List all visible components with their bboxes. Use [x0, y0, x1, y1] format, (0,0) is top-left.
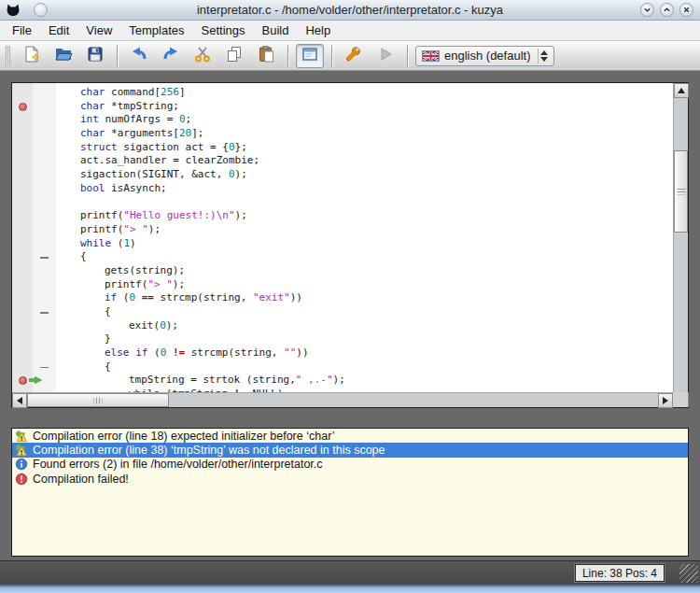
undo-button[interactable] [125, 44, 153, 68]
window-title: interpretator.c - /home/volder/other/int… [0, 3, 700, 17]
save-file-button[interactable] [81, 44, 109, 68]
code-line[interactable]: else if (0 != strcmp(string, "")) [12, 346, 673, 360]
code-line[interactable]: char command[256] [12, 86, 673, 100]
menu-item-settings[interactable]: Settings [193, 21, 254, 39]
horizontal-scroll-thumb[interactable] [27, 393, 169, 407]
paste-icon [257, 45, 275, 67]
fold-collapse-icon[interactable] [40, 312, 49, 314]
fold-collapse-icon[interactable] [40, 367, 49, 369]
scroll-right-button[interactable] [658, 393, 673, 408]
breakpoint-marker-icon[interactable] [19, 103, 27, 111]
code-text: sigaction(SIGINT, &act, 0); [80, 168, 247, 182]
vertical-scrollbar[interactable] [673, 83, 688, 407]
open-file-button[interactable] [49, 44, 77, 68]
wrench-icon [344, 45, 363, 67]
open-folder-icon [54, 45, 73, 67]
code-line[interactable]: } [12, 332, 673, 346]
build-output-panel[interactable]: Compilation error (line 18) expected ini… [11, 428, 689, 557]
toolbar-drag-handle[interactable] [6, 46, 10, 66]
arrow-right-icon [663, 397, 668, 404]
message-row[interactable]: Compilation failed! [12, 472, 688, 486]
menu-item-edit[interactable]: Edit [40, 21, 77, 39]
code-line[interactable]: act.sa_handler = clearZombie; [12, 154, 673, 168]
code-line[interactable]: int numOfArgs = 0; [12, 113, 673, 127]
message-text: Compilation error (line 18) expected ini… [33, 430, 335, 443]
breakpoint-marker-icon[interactable] [19, 376, 27, 385]
copy-button[interactable] [220, 44, 248, 68]
menu-item-file[interactable]: File [4, 21, 40, 39]
new-file-icon [22, 45, 41, 67]
toolbar: english (default) [0, 41, 700, 71]
code-text: int numOfArgs = 0; [80, 113, 191, 127]
code-line[interactable]: { [12, 360, 673, 374]
scroll-up-button[interactable] [674, 83, 689, 98]
maximize-button[interactable] [660, 3, 674, 17]
code-line[interactable]: { [12, 305, 673, 319]
toggle-editor-button[interactable] [296, 44, 324, 68]
code-line[interactable]: sigaction(SIGINT, &act, 0); [12, 168, 673, 182]
code-text: while (1) [80, 237, 136, 251]
code-text: { [105, 305, 111, 319]
message-row[interactable]: Compilation error (line 18) expected ini… [12, 429, 688, 443]
code-line[interactable]: tmpString = strtok (string," ,.-"); [12, 374, 673, 388]
toolbar-separator [407, 45, 408, 67]
undo-icon [130, 45, 148, 67]
toolbar-separator [117, 45, 118, 67]
code-text: bool isAsynch; [80, 182, 167, 196]
menu-item-templates[interactable]: Templates [120, 21, 192, 39]
code-line[interactable]: printf("> "); [12, 278, 673, 292]
run-button[interactable] [371, 44, 399, 68]
code-text: exit(0); [129, 319, 178, 333]
vertical-scroll-thumb[interactable] [674, 150, 688, 233]
code-line[interactable]: char *arguments[20]; [12, 127, 673, 141]
minimize-button[interactable] [640, 3, 654, 17]
window-resize-grip[interactable] [679, 564, 698, 583]
message-row-selected[interactable]: Compilation error (line 38) ‘tmpString’ … [12, 443, 688, 457]
code-viewport[interactable]: char command[256]char *tmpString;int num… [12, 83, 673, 392]
cut-button[interactable] [189, 44, 217, 68]
code-line[interactable]: if (0 == strcmp(string, "exit")) [12, 291, 673, 305]
code-line[interactable]: while (1) [12, 237, 673, 251]
code-line[interactable]: { [12, 250, 673, 264]
code-text: act.sa_handler = clearZombie; [80, 154, 259, 168]
language-label: english (default) [444, 49, 531, 63]
code-text: char command[256] [80, 86, 186, 100]
code-line[interactable]: char *tmpString; [12, 100, 673, 114]
code-line[interactable]: bool isAsynch; [12, 182, 673, 196]
language-select[interactable]: english (default) [415, 46, 554, 66]
arrow-up-icon [678, 88, 685, 93]
cursor-position-indicator: Line: 38 Pos: 4 [575, 564, 665, 582]
toolbar-separator [287, 45, 288, 67]
code-line[interactable]: struct sigaction act = {0}; [12, 141, 673, 155]
message-text: Compilation failed! [33, 473, 129, 486]
code-text: { [105, 360, 111, 374]
code-line[interactable] [12, 196, 673, 210]
menu-item-build[interactable]: Build [254, 21, 298, 39]
paste-button[interactable] [252, 44, 280, 68]
fold-collapse-icon[interactable] [40, 257, 49, 259]
code-line[interactable]: printf("> "); [12, 223, 673, 237]
horizontal-scrollbar[interactable] [12, 392, 673, 407]
code-line[interactable]: gets(string); [12, 264, 673, 278]
code-line[interactable]: printf("Hello guest!:)\n"); [12, 209, 673, 223]
scroll-left-button[interactable] [12, 393, 27, 408]
code-line[interactable]: exit(0); [12, 319, 673, 333]
kuzya-cat-logo-icon [6, 3, 21, 18]
code-editor[interactable]: char command[256]char *tmpString;int num… [11, 82, 689, 408]
close-button[interactable] [679, 3, 693, 17]
message-row[interactable]: Found errors (2) in file /home/volder/ot… [12, 458, 688, 472]
titlebar[interactable]: interpretator.c - /home/volder/other/int… [0, 0, 700, 21]
window-menu-button[interactable] [34, 3, 48, 17]
menu-item-view[interactable]: View [77, 21, 120, 39]
error-line-arrow-icon [35, 376, 42, 384]
redo-button[interactable] [157, 44, 185, 68]
message-text: Found errors (2) in file /home/volder/ot… [33, 458, 323, 471]
info-icon [15, 458, 28, 471]
language-spinner[interactable] [538, 49, 550, 64]
menu-item-help[interactable]: Help [297, 21, 339, 39]
compile-warning-icon [15, 430, 28, 443]
build-button[interactable] [340, 44, 368, 68]
scrollbar-corner [673, 392, 688, 407]
new-file-button[interactable] [18, 44, 46, 68]
app-window: interpretator.c - /home/volder/other/int… [0, 0, 700, 593]
